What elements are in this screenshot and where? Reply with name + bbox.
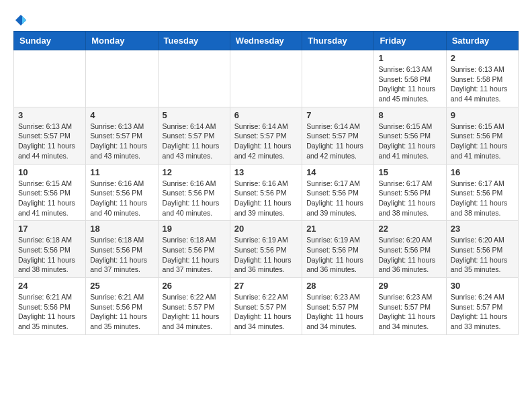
- calendar-cell: 4Sunrise: 6:13 AM Sunset: 5:57 PM Daylig…: [86, 107, 158, 164]
- day-info: Sunrise: 6:22 AM Sunset: 5:57 PM Dayligh…: [234, 292, 298, 332]
- day-info: Sunrise: 6:16 AM Sunset: 5:56 PM Dayligh…: [90, 179, 153, 218]
- day-number: 30: [451, 281, 514, 291]
- calendar-cell: 19Sunrise: 6:18 AM Sunset: 5:56 PM Dayli…: [158, 221, 230, 278]
- calendar-day-header: Wednesday: [230, 32, 302, 50]
- day-info: Sunrise: 6:14 AM Sunset: 5:57 PM Dayligh…: [163, 122, 226, 161]
- calendar-cell: 15Sunrise: 6:17 AM Sunset: 5:56 PM Dayli…: [374, 164, 446, 221]
- day-number: 10: [18, 167, 81, 177]
- day-info: Sunrise: 6:15 AM Sunset: 5:56 PM Dayligh…: [451, 122, 514, 161]
- day-info: Sunrise: 6:21 AM Sunset: 5:56 PM Dayligh…: [90, 292, 153, 332]
- day-info: Sunrise: 6:13 AM Sunset: 5:57 PM Dayligh…: [18, 122, 81, 161]
- day-number: 29: [378, 281, 441, 291]
- svg-marker-1: [22, 16, 26, 24]
- calendar-cell: 9Sunrise: 6:15 AM Sunset: 5:56 PM Daylig…: [446, 107, 518, 164]
- calendar-cell: 28Sunrise: 6:23 AM Sunset: 5:57 PM Dayli…: [302, 278, 374, 335]
- day-number: 28: [306, 281, 369, 291]
- calendar-cell: 25Sunrise: 6:21 AM Sunset: 5:56 PM Dayli…: [86, 278, 158, 335]
- calendar-day-header: Thursday: [302, 32, 374, 50]
- day-info: Sunrise: 6:16 AM Sunset: 5:56 PM Dayligh…: [234, 179, 298, 218]
- day-number: 21: [306, 224, 369, 234]
- day-number: 9: [451, 110, 514, 120]
- calendar-cell: [86, 50, 158, 107]
- calendar-cell: 3Sunrise: 6:13 AM Sunset: 5:57 PM Daylig…: [14, 107, 86, 164]
- calendar-cell: 14Sunrise: 6:17 AM Sunset: 5:56 PM Dayli…: [302, 164, 374, 221]
- calendar-cell: 30Sunrise: 6:24 AM Sunset: 5:57 PM Dayli…: [446, 278, 518, 335]
- day-number: 15: [378, 167, 441, 177]
- calendar-cell: 21Sunrise: 6:19 AM Sunset: 5:56 PM Dayli…: [302, 221, 374, 278]
- day-info: Sunrise: 6:20 AM Sunset: 5:56 PM Dayligh…: [451, 235, 514, 275]
- day-info: Sunrise: 6:13 AM Sunset: 5:57 PM Dayligh…: [90, 122, 153, 161]
- day-number: 12: [163, 167, 226, 177]
- day-info: Sunrise: 6:18 AM Sunset: 5:56 PM Dayligh…: [163, 235, 226, 275]
- day-number: 4: [90, 110, 153, 120]
- day-number: 25: [90, 281, 153, 291]
- day-number: 27: [234, 281, 298, 291]
- calendar-cell: 22Sunrise: 6:20 AM Sunset: 5:56 PM Dayli…: [374, 221, 446, 278]
- day-number: 8: [378, 110, 441, 120]
- day-number: 1: [378, 53, 441, 63]
- day-number: 20: [234, 224, 298, 234]
- calendar-cell: 6Sunrise: 6:14 AM Sunset: 5:57 PM Daylig…: [230, 107, 302, 164]
- calendar-cell: [14, 50, 86, 107]
- calendar-day-header: Tuesday: [158, 32, 230, 50]
- calendar-header-row: SundayMondayTuesdayWednesdayThursdayFrid…: [14, 32, 519, 50]
- calendar-cell: [158, 50, 230, 107]
- day-info: Sunrise: 6:14 AM Sunset: 5:57 PM Dayligh…: [306, 122, 369, 161]
- calendar-cell: 2Sunrise: 6:13 AM Sunset: 5:58 PM Daylig…: [446, 50, 518, 107]
- day-info: Sunrise: 6:17 AM Sunset: 5:56 PM Dayligh…: [378, 179, 441, 218]
- calendar-cell: 17Sunrise: 6:18 AM Sunset: 5:56 PM Dayli…: [14, 221, 86, 278]
- calendar-cell: 27Sunrise: 6:22 AM Sunset: 5:57 PM Dayli…: [230, 278, 302, 335]
- calendar-cell: 7Sunrise: 6:14 AM Sunset: 5:57 PM Daylig…: [302, 107, 374, 164]
- day-info: Sunrise: 6:15 AM Sunset: 5:56 PM Dayligh…: [378, 122, 441, 161]
- calendar-cell: 16Sunrise: 6:17 AM Sunset: 5:56 PM Dayli…: [446, 164, 518, 221]
- day-number: 17: [18, 224, 81, 234]
- day-info: Sunrise: 6:15 AM Sunset: 5:56 PM Dayligh…: [18, 179, 81, 218]
- day-number: 18: [90, 224, 153, 234]
- logo-icon: [14, 13, 28, 27]
- calendar-week-row: 1Sunrise: 6:13 AM Sunset: 5:58 PM Daylig…: [14, 50, 519, 107]
- calendar-cell: [302, 50, 374, 107]
- day-number: 7: [306, 110, 369, 120]
- calendar-cell: 26Sunrise: 6:22 AM Sunset: 5:57 PM Dayli…: [158, 278, 230, 335]
- day-info: Sunrise: 6:13 AM Sunset: 5:58 PM Dayligh…: [451, 64, 514, 104]
- calendar-cell: 29Sunrise: 6:23 AM Sunset: 5:57 PM Dayli…: [374, 278, 446, 335]
- day-number: 11: [90, 167, 153, 177]
- day-info: Sunrise: 6:16 AM Sunset: 5:56 PM Dayligh…: [163, 179, 226, 218]
- day-number: 2: [451, 53, 514, 63]
- calendar-cell: 20Sunrise: 6:19 AM Sunset: 5:56 PM Dayli…: [230, 221, 302, 278]
- day-number: 23: [451, 224, 514, 234]
- page-header: [13, 13, 519, 24]
- day-info: Sunrise: 6:19 AM Sunset: 5:56 PM Dayligh…: [306, 235, 369, 275]
- calendar-week-row: 10Sunrise: 6:15 AM Sunset: 5:56 PM Dayli…: [14, 164, 519, 221]
- calendar-day-header: Saturday: [446, 32, 518, 50]
- day-info: Sunrise: 6:18 AM Sunset: 5:56 PM Dayligh…: [18, 235, 81, 275]
- calendar-week-row: 17Sunrise: 6:18 AM Sunset: 5:56 PM Dayli…: [14, 221, 519, 278]
- day-info: Sunrise: 6:14 AM Sunset: 5:57 PM Dayligh…: [234, 122, 298, 161]
- day-info: Sunrise: 6:17 AM Sunset: 5:56 PM Dayligh…: [451, 179, 514, 218]
- day-info: Sunrise: 6:19 AM Sunset: 5:56 PM Dayligh…: [234, 235, 298, 275]
- day-info: Sunrise: 6:23 AM Sunset: 5:57 PM Dayligh…: [378, 292, 441, 332]
- day-info: Sunrise: 6:23 AM Sunset: 5:57 PM Dayligh…: [306, 292, 369, 332]
- calendar-day-header: Friday: [374, 32, 446, 50]
- calendar-week-row: 3Sunrise: 6:13 AM Sunset: 5:57 PM Daylig…: [14, 107, 519, 164]
- day-number: 22: [378, 224, 441, 234]
- calendar-cell: 13Sunrise: 6:16 AM Sunset: 5:56 PM Dayli…: [230, 164, 302, 221]
- day-info: Sunrise: 6:22 AM Sunset: 5:57 PM Dayligh…: [163, 292, 226, 332]
- calendar-week-row: 24Sunrise: 6:21 AM Sunset: 5:56 PM Dayli…: [14, 278, 519, 335]
- day-number: 26: [163, 281, 226, 291]
- day-number: 14: [306, 167, 369, 177]
- calendar-cell: 10Sunrise: 6:15 AM Sunset: 5:56 PM Dayli…: [14, 164, 86, 221]
- day-number: 13: [234, 167, 298, 177]
- day-number: 3: [18, 110, 81, 120]
- day-number: 19: [163, 224, 226, 234]
- logo: [13, 13, 28, 24]
- calendar-day-header: Monday: [86, 32, 158, 50]
- day-number: 6: [234, 110, 298, 120]
- calendar-cell: 12Sunrise: 6:16 AM Sunset: 5:56 PM Dayli…: [158, 164, 230, 221]
- day-info: Sunrise: 6:18 AM Sunset: 5:56 PM Dayligh…: [90, 235, 153, 275]
- calendar-cell: 23Sunrise: 6:20 AM Sunset: 5:56 PM Dayli…: [446, 221, 518, 278]
- day-number: 5: [163, 110, 226, 120]
- calendar-cell: 18Sunrise: 6:18 AM Sunset: 5:56 PM Dayli…: [86, 221, 158, 278]
- day-number: 24: [18, 281, 81, 291]
- day-info: Sunrise: 6:13 AM Sunset: 5:58 PM Dayligh…: [378, 64, 441, 104]
